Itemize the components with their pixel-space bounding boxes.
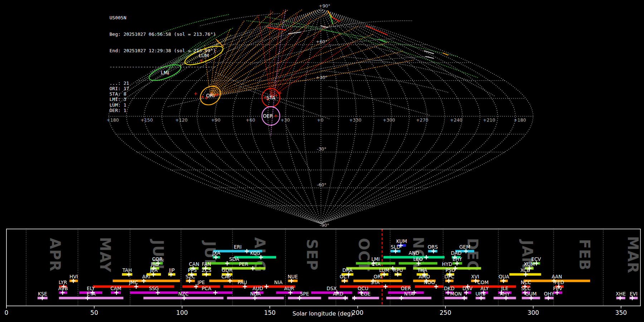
longitude-tick-label: +300 [383,117,395,123]
shower-label-LEO: LEO [413,256,423,262]
shower-label-JLE: JLE [501,286,508,291]
shower-label-CAM: CAM [111,286,121,291]
shower-label-ORS: ORS [428,244,438,250]
shower-label-STA: STA [371,279,380,285]
shower-label-NTA: NTA [404,291,414,297]
x-axis-tick-label: 0 [5,309,9,316]
meteor-trail [210,19,343,96]
shower-label-PER: PER [239,261,248,267]
longitude-tick-label: +60 [246,117,255,123]
x-axis-tick-label: 300 [527,309,539,316]
meteor-trail [210,60,413,96]
shower-label-AVB: AVB [58,286,68,291]
shower-label-AMO: AMO [419,274,430,279]
month-label-FEB: FEB [576,239,593,270]
shower-label-THA: THA [417,267,427,273]
meteor-segment [426,57,434,58]
shower-bar-KCG [234,256,276,259]
shower-count-line: ORI: 17 [109,86,216,91]
shower-label-HVI: HVI [69,274,78,279]
shower-bar-NOO [415,286,444,288]
peak-marker-ERI [245,249,249,253]
meteor-trail [235,84,329,119]
month-label-APR: APR [47,238,63,272]
shower-label-ERI: ERI [234,244,241,250]
radiant-and-activity-plot: LUMLMIORISTAOER+90°-90°+180+150+120+90+6… [0,0,644,322]
shower-label-MON: MON [450,291,462,297]
latitude-tick-label: -60° [317,182,327,187]
meteor-segment [443,53,448,55]
latitude-tick-label: -30° [317,146,327,152]
latitude-tick-label: +30° [316,75,328,80]
meteor-trail [329,87,429,115]
shower-label-OER: OER [401,286,411,291]
peak-marker-MON [462,296,467,300]
shower-label-HYD: HYD [442,261,452,267]
shower-label-NUE: NUE [288,274,298,279]
shower-label-SPE: SPE [300,291,309,297]
shower-bar-SSG [130,292,178,294]
shower-label-KSE: KSE [38,291,47,297]
radiant-label-OER: OER [263,113,273,119]
shower-label-NCC: NCC [521,279,531,285]
longitude-tick-label: +30 [280,117,290,123]
begin-time: Beg: 20251027 06:56:58 (sol = 213.76°) [109,31,216,37]
shower-label-XUM: XUM [524,261,535,267]
shower-label-FEV: FEV [553,286,562,291]
shower-bar-NTA [386,297,431,299]
meteor-trail [265,17,479,78]
shower-label-JRC: JRC [150,261,158,267]
x-axis-tick-label: 250 [440,309,451,316]
shower-label-OCT: OCT [340,274,350,279]
shower-label-FED: FED [555,279,564,285]
screenshot-root: LUMLMIORISTAOER+90°-90°+180+150+120+90+6… [0,0,644,322]
longitude-tick-label: +0 [317,117,323,123]
meteor-trail [210,26,358,96]
shower-bar-DSX [311,292,352,294]
shower-label-GDR: GDR [222,267,233,273]
shower-label-CAN: CAN [189,261,199,267]
meteor-trail [269,11,271,98]
radiant-cross-marker [274,114,277,117]
shower-label-ORI: ORI [374,274,382,279]
meteor-trail [271,34,339,98]
shower-label-DAD: DAD [451,250,462,256]
shower-label-DRA: DRA [342,267,353,273]
shower-label-KUM: KUM [396,238,407,244]
shower-label-EVI: EVI [630,291,638,297]
latitude-tick-label: +60° [316,39,328,44]
shower-label-PCA: PCA [202,286,212,291]
observation-info-panel: US005N Beg: 20251027 06:56:58 (sol = 213… [109,4,216,124]
longitude-tick-label: +240 [450,117,462,123]
shower-label-PPS: PPS [188,267,197,273]
meteor-trail [210,34,373,96]
shower-label-ETA: ETA [87,291,96,297]
shower-label-DKD: DKD [444,286,455,291]
x-axis-tick-label: 50 [91,309,98,316]
x-axis-tick-label: 350 [615,309,627,316]
x-axis-tick-label: 150 [264,309,275,316]
shower-label-ZCS: ZCS [202,267,211,273]
month-label-MAY: MAY [97,237,113,273]
shower-label-TAH: TAH [122,267,132,273]
peak-marker-EGE [352,296,357,300]
longitude-tick-label: +270 [416,117,428,123]
shower-bar-JPE [182,286,220,288]
x-axis-tick-label: 200 [352,309,363,316]
shower-label-SCC: SCC [521,286,531,291]
meteor-trail [271,26,325,98]
longitude-tick-label: +330 [349,117,361,123]
shower-label-FAN: FAN [202,261,211,267]
shower-label-XVI: XVI [471,274,479,279]
month-label-SEP: SEP [304,239,320,270]
shower-label-EGE: EGE [361,291,371,297]
shower-label-CTA: CTA [371,261,381,267]
shower-label-AND: AND [409,250,419,256]
shower-label-JMC: JMC [129,279,138,285]
shower-label-NZC: NZC [178,291,189,297]
shower-label-EHY: EHY [453,256,463,262]
shower-bar-ARI [113,280,180,282]
shower-label-DSV: DSV [462,286,473,291]
shower-label-XHE: XHE [616,291,626,297]
shower-label-NOO: NOO [424,279,435,285]
